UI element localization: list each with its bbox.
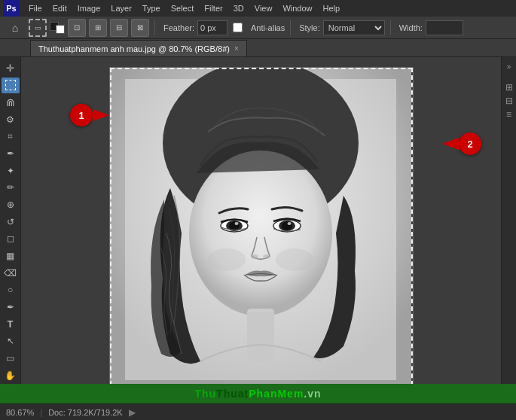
eyedropper-btn[interactable]: ✒ <box>2 145 20 162</box>
marquee-tool-btn[interactable] <box>2 78 20 94</box>
dodge-btn[interactable]: ○ <box>2 282 20 299</box>
toolbar-left: ✛ ⋒ ⚙ ⌗ ✒ ✦ ✏ ⊕ ↺ ◻ ▦ <box>0 57 21 403</box>
doc-info-arrow[interactable]: ▶ <box>129 407 136 418</box>
dodge-icon: ○ <box>8 285 13 295</box>
menu-3d[interactable]: 3D <box>229 2 249 14</box>
hand-btn[interactable]: ✋ <box>2 367 20 384</box>
pen-btn[interactable]: ✒ <box>2 299 20 315</box>
add-selection-btn[interactable]: ⊞ <box>89 19 107 37</box>
menu-type[interactable]: Type <box>138 2 165 14</box>
menu-window[interactable]: Window <box>278 2 316 14</box>
quick-select-icon: ⚙ <box>6 114 14 125</box>
lasso-tool-btn[interactable]: ⋒ <box>2 94 20 111</box>
subtract-selection-btn[interactable]: ⊟ <box>110 19 128 37</box>
callout-2: 2 <box>459 132 481 155</box>
menu-edit[interactable]: Edit <box>48 2 72 14</box>
crop-btn[interactable]: ⌗ <box>2 129 20 145</box>
history-icon: ↺ <box>7 217 14 227</box>
path-select-btn[interactable]: ↖ <box>2 333 20 350</box>
tab-bar: Thuthuatphanmem anh mau.jpg @ 80.7% (RGB… <box>0 39 516 57</box>
marquee-icon <box>5 80 16 90</box>
heal-icon: ✦ <box>7 166 14 176</box>
watermark-phanmem: PhanMem <box>249 388 304 400</box>
zoom-level: 80.67% <box>6 408 34 417</box>
brush-icon: ✏ <box>7 182 14 193</box>
lasso-icon: ⋒ <box>6 96 15 108</box>
watermark-thu: Thu <box>194 388 216 400</box>
crop-icon: ⌗ <box>8 131 13 142</box>
separator-3 <box>390 20 391 35</box>
watermark-domain: .vn <box>304 388 321 400</box>
gradient-icon: ▦ <box>6 251 14 261</box>
move-tool-btn[interactable]: ✛ <box>2 60 20 77</box>
blur-icon: ⌫ <box>4 268 17 278</box>
new-selection-btn[interactable]: ⊡ <box>68 19 86 37</box>
style-label: Style: <box>299 23 320 32</box>
svg-point-12 <box>251 254 258 259</box>
doc-info: Doc: 719.2K/719.2K <box>48 408 122 417</box>
watermark-text: ThuThuatPhanMem.vn <box>194 388 321 400</box>
history-btn[interactable]: ↺ <box>2 214 20 230</box>
width-label: Width: <box>399 23 423 32</box>
canvas-container <box>109 67 414 394</box>
path-select-icon: ↖ <box>7 336 14 346</box>
hand-icon: ✋ <box>5 370 16 381</box>
brush-btn[interactable]: ✏ <box>2 180 20 196</box>
menu-file[interactable]: File <box>24 2 47 14</box>
panel-collapse-btn[interactable]: » <box>503 60 515 72</box>
menu-select[interactable]: Select <box>166 2 199 14</box>
layers-panel-btn[interactable]: ⊞ <box>503 81 515 93</box>
svg-point-3 <box>189 151 332 316</box>
menu-view[interactable]: View <box>250 2 277 14</box>
properties-panel-btn[interactable]: ≡ <box>503 108 515 120</box>
feather-label: Feather: <box>163 23 194 32</box>
options-bar: ⌂ ▭ ⊡ ⊞ ⊟ ⊠ Feather: Anti-alias Style: N… <box>0 17 516 39</box>
svg-point-15 <box>208 248 246 271</box>
marquee-rect-btn[interactable]: ▭ <box>29 19 47 37</box>
pen-icon: ✒ <box>7 302 14 312</box>
canvas-image <box>110 68 411 391</box>
eyedropper-icon: ✒ <box>7 148 14 159</box>
panel-right: » ⊞ ⊟ ≡ <box>501 57 516 403</box>
svg-point-16 <box>276 248 313 271</box>
gradient-btn[interactable]: ▦ <box>2 248 20 264</box>
feather-input[interactable] <box>197 20 227 35</box>
shape-btn[interactable]: ▭ <box>2 350 20 367</box>
eraser-icon: ◻ <box>7 233 14 244</box>
status-bar: 80.67% | Doc: 719.2K/719.2K ▶ <box>0 403 516 420</box>
background-color[interactable] <box>56 25 65 34</box>
type-icon: T <box>8 318 14 330</box>
tab-close-btn[interactable]: × <box>234 44 239 53</box>
document-tab[interactable]: Thuthuatphanmem anh mau.jpg @ 80.7% (RGB… <box>30 40 247 56</box>
clone-icon: ⊕ <box>7 199 14 210</box>
main-layout: ✛ ⋒ ⚙ ⌗ ✒ ✦ ✏ ⊕ ↺ ◻ ▦ <box>0 57 516 403</box>
callout-1-number: 1 <box>78 110 84 121</box>
adjustments-panel-btn[interactable]: ⊟ <box>503 95 515 107</box>
tab-title: Thuthuatphanmem anh mau.jpg @ 80.7% (RGB… <box>38 44 230 53</box>
eraser-btn[interactable]: ◻ <box>2 231 20 248</box>
width-input[interactable] <box>426 20 463 35</box>
callout-2-number: 2 <box>467 138 472 150</box>
heal-btn[interactable]: ✦ <box>2 163 20 179</box>
separator-1 <box>154 20 155 35</box>
home-icon: ⌂ <box>12 22 18 34</box>
blur-btn[interactable]: ⌫ <box>2 265 20 282</box>
clone-btn[interactable]: ⊕ <box>2 196 20 213</box>
callout-1: 1 <box>70 104 93 126</box>
anti-alias-label: Anti-alias <box>251 23 285 32</box>
menu-layer[interactable]: Layer <box>106 2 136 14</box>
svg-point-11 <box>287 222 291 225</box>
style-select[interactable]: Normal Fixed Ratio Fixed Size <box>323 20 385 35</box>
type-btn[interactable]: T <box>2 316 20 333</box>
anti-alias-checkbox[interactable] <box>233 23 243 32</box>
shape-icon: ▭ <box>6 353 14 364</box>
separator-2 <box>290 20 291 35</box>
menu-filter[interactable]: Filter <box>200 2 227 14</box>
home-button[interactable]: ⌂ <box>5 17 26 38</box>
menu-image[interactable]: Image <box>73 2 105 14</box>
menu-help[interactable]: Help <box>319 2 345 14</box>
intersect-selection-btn[interactable]: ⊠ <box>131 19 149 37</box>
quick-select-btn[interactable]: ⚙ <box>2 111 20 128</box>
canvas-area[interactable]: 1 2 <box>21 57 501 403</box>
svg-point-13 <box>263 254 270 259</box>
